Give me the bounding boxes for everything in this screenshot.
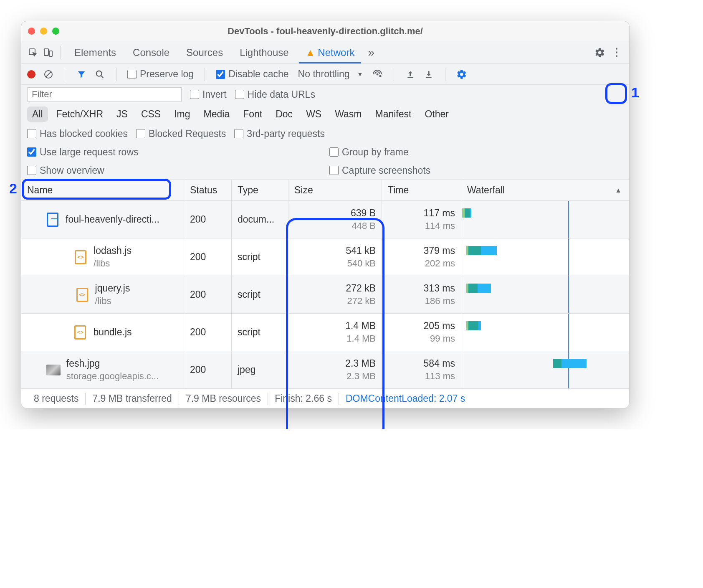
hide-data-urls-checkbox[interactable]: Hide data URLs [235, 89, 315, 100]
request-path: /libs [95, 296, 130, 307]
filter-type-js[interactable]: JS [111, 106, 133, 122]
show-overview-label: Show overview [40, 165, 104, 176]
clear-icon[interactable] [43, 69, 54, 80]
record-button[interactable] [27, 70, 35, 79]
column-waterfall-label: Waterfall [467, 185, 505, 196]
cell-type: script [232, 314, 288, 351]
filter-type-manifest[interactable]: Manifest [370, 106, 417, 122]
search-icon[interactable] [94, 69, 105, 80]
kebab-icon[interactable]: ⋮ [610, 46, 623, 59]
cell-name: <>lodash.js/libs [21, 238, 184, 276]
svg-rect-10 [426, 77, 432, 78]
throttling-value: No throttling [298, 68, 350, 80]
cell-type: script [232, 276, 288, 313]
network-conditions-icon[interactable] [372, 69, 383, 80]
filter-type-other[interactable]: Other [420, 106, 454, 122]
filter-type-wasm[interactable]: Wasm [330, 106, 367, 122]
cell-type: docum... [232, 201, 288, 238]
blocked-requests-checkbox[interactable]: Blocked Requests [136, 128, 226, 139]
window-close-button[interactable] [28, 28, 35, 35]
table-row[interactable]: <>jquery.js/libs200script272 kB272 kB313… [21, 276, 629, 314]
network-settings-icon[interactable] [456, 69, 467, 80]
summary-transferred: 7.9 MB transferred [86, 393, 178, 404]
tab-elements[interactable]: Elements [68, 41, 123, 63]
window-zoom-button[interactable] [52, 28, 59, 35]
summary-bar: 8 requests 7.9 MB transferred 7.9 MB res… [21, 389, 629, 408]
column-name[interactable]: Name [21, 180, 184, 200]
column-type[interactable]: Type [232, 180, 288, 200]
tab-lighthouse[interactable]: Lighthouse [233, 41, 295, 63]
svg-line-6 [101, 75, 104, 78]
tab-sources[interactable]: Sources [180, 41, 230, 63]
network-toolbar: Preserve log Disable cache No throttling… [21, 64, 629, 85]
filter-type-css[interactable]: CSS [136, 106, 166, 122]
svg-line-4 [46, 72, 51, 77]
show-overview-checkbox[interactable]: Show overview [27, 165, 104, 176]
large-rows-label: Use large request rows [40, 147, 139, 158]
cell-type: script [232, 238, 288, 276]
column-size[interactable]: Size [288, 180, 382, 200]
throttling-select[interactable]: No throttling ▼ [296, 68, 365, 80]
summary-dcl[interactable]: DOMContentLoaded: 2.07 s [339, 393, 472, 404]
filter-type-img[interactable]: Img [169, 106, 195, 122]
disable-cache-label: Disable cache [228, 68, 288, 80]
cell-time: 117 ms114 ms [382, 201, 461, 238]
download-har-icon[interactable] [423, 69, 434, 80]
blocked-cookies-checkbox[interactable]: Has blocked cookies [27, 128, 128, 139]
column-waterfall[interactable]: Waterfall▲ [461, 180, 629, 200]
window-minimize-button[interactable] [40, 28, 47, 35]
settings-icon[interactable] [593, 46, 607, 59]
hide-data-label: Hide data URLs [248, 89, 315, 100]
cell-name: foul-heavenly-directi... [21, 201, 184, 238]
filter-type-doc[interactable]: Doc [271, 106, 298, 122]
filter-type-ws[interactable]: WS [301, 106, 326, 122]
cell-status: 200 [184, 276, 232, 313]
callout-number-2: 2 [9, 180, 17, 197]
svg-rect-1 [44, 49, 48, 56]
preserve-log-label: Preserve log [140, 68, 194, 80]
request-rows: foul-heavenly-directi...200docum...639 B… [21, 201, 629, 389]
cell-waterfall [461, 351, 629, 388]
filter-type-font[interactable]: Font [238, 106, 267, 122]
cell-name: fesh.jpgstorage.googleapis.c... [21, 351, 184, 388]
callout-number-1: 1 [631, 84, 639, 101]
more-tabs-icon[interactable]: » [364, 46, 378, 59]
third-party-checkbox[interactable]: 3rd-party requests [234, 128, 325, 139]
screenshots-checkbox[interactable]: Capture screenshots [329, 165, 430, 176]
cell-waterfall [461, 314, 629, 351]
invert-checkbox[interactable]: Invert [190, 89, 227, 100]
group-frame-checkbox[interactable]: Group by frame [329, 147, 409, 158]
column-status[interactable]: Status [184, 180, 232, 200]
devtools-window: DevTools - foul-heavenly-direction.glitc… [21, 21, 630, 408]
disable-cache-checkbox[interactable]: Disable cache [216, 68, 288, 80]
filter-type-all[interactable]: All [27, 106, 48, 122]
large-rows-checkbox[interactable]: Use large request rows [27, 147, 139, 158]
upload-har-icon[interactable] [405, 69, 416, 80]
table-row[interactable]: <>lodash.js/libs200script541 kB540 kB379… [21, 238, 629, 276]
svg-rect-9 [408, 77, 413, 78]
cell-size: 2.3 MB2.3 MB [288, 351, 382, 388]
filter-icon[interactable] [76, 69, 87, 80]
cell-waterfall [461, 276, 629, 313]
cell-time: 205 ms99 ms [382, 314, 461, 351]
inspect-icon[interactable] [27, 47, 39, 58]
tab-console[interactable]: Console [126, 41, 176, 63]
svg-point-7 [377, 74, 378, 75]
device-icon[interactable] [42, 47, 54, 58]
summary-requests: 8 requests [27, 393, 85, 404]
table-row[interactable]: fesh.jpgstorage.googleapis.c...200jpeg2.… [21, 351, 629, 389]
filter-type-media[interactable]: Media [199, 106, 235, 122]
tab-network[interactable]: ▲ Network [299, 41, 362, 63]
cell-status: 200 [184, 314, 232, 351]
preserve-log-checkbox[interactable]: Preserve log [127, 68, 194, 80]
filter-input[interactable] [27, 87, 182, 101]
svg-point-5 [96, 71, 102, 76]
table-row[interactable]: <>bundle.js200script1.4 MB1.4 MB205 ms99… [21, 314, 629, 351]
invert-label: Invert [202, 89, 227, 100]
filter-type-fetch[interactable]: Fetch/XHR [51, 106, 108, 122]
summary-resources: 7.9 MB resources [179, 393, 268, 404]
cell-status: 200 [184, 351, 232, 388]
table-row[interactable]: foul-heavenly-directi...200docum...639 B… [21, 201, 629, 238]
column-time[interactable]: Time [382, 180, 461, 200]
cell-size: 272 kB272 kB [288, 276, 382, 313]
